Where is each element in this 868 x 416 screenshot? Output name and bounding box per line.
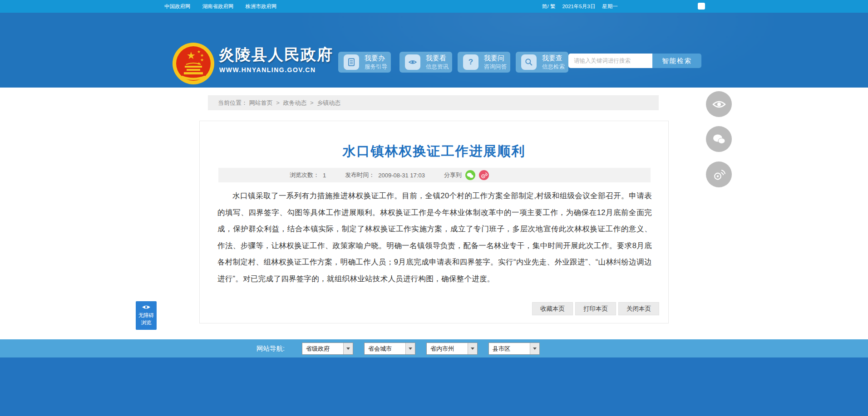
article-body: 水口镇采取了一系列有力措施推进林权换证工作。目前，全镇20个村的工作方案全部制定… [217, 187, 652, 287]
quick-button-news[interactable]: 我要看 信息资讯 [399, 52, 452, 73]
svg-text:★: ★ [200, 53, 204, 58]
dropdown-counties[interactable]: 县市区 [488, 343, 540, 355]
dropdown-value: 省级政府 [306, 345, 330, 352]
breadcrumb-home[interactable]: 网站首页 [249, 99, 273, 106]
search-input[interactable] [568, 54, 652, 68]
quick-button-subtitle: 信息检索 [542, 63, 565, 71]
national-emblem-icon: ★ ★ ★ ★ ★ [172, 42, 215, 85]
breadcrumb-label: 当前位置： [218, 99, 247, 106]
site-url: WWW.HNYANLING.GOV.CN [219, 66, 316, 73]
dropdown-value: 县市区 [493, 345, 510, 352]
link-hunan-gov[interactable]: 湖南省政府网 [202, 3, 234, 10]
search-button[interactable]: 智能检索 [652, 54, 701, 68]
question-icon: ? [463, 54, 478, 70]
link-zhuzhou-gov[interactable]: 株洲市政府网 [246, 3, 277, 10]
bookmark-page-button[interactable]: 收藏本页 [532, 302, 573, 315]
quick-button-subtitle: 信息资讯 [426, 63, 449, 71]
quick-button-search[interactable]: 我要查 信息检索 [516, 52, 568, 73]
quick-button-service[interactable]: 我要办 服务引导 [338, 52, 391, 73]
chevron-down-icon [530, 343, 539, 354]
quick-button-title: 我要看 [426, 54, 446, 63]
quick-button-subtitle: 服务引导 [365, 63, 387, 71]
link-china-gov[interactable]: 中国政府网 [164, 3, 191, 10]
dropdown-capital-cities[interactable]: 省会城市 [364, 343, 415, 355]
eye-icon [405, 54, 420, 70]
eye-icon [142, 304, 151, 310]
page: 中国政府网 湖南省政府网 株洲市政府网 简/ 繁 2021年5月3日 星期一 ★… [0, 0, 868, 416]
accessibility-button[interactable]: 无障碍 浏览 [136, 301, 157, 330]
magnifier-icon [521, 54, 537, 70]
topbar-mini-icon[interactable] [698, 3, 705, 10]
header: ★ ★ ★ ★ ★ 炎陵县人民政府 WWW.HNYANLING.GOV.CN 我… [0, 13, 868, 88]
accessibility-label-2: 浏览 [136, 319, 157, 326]
dropdown-value: 省内市州 [430, 345, 454, 352]
weibo-icon [713, 169, 725, 181]
eye-icon [712, 100, 726, 109]
svg-text:★: ★ [187, 50, 196, 61]
dropdown-province-cities[interactable]: 省内市州 [426, 343, 478, 355]
view-tool-button[interactable] [706, 91, 732, 117]
views-group: 浏览次数：1 [290, 171, 326, 179]
weibo-share-icon[interactable] [479, 170, 489, 180]
views-label: 浏览次数： [290, 171, 319, 179]
svg-text:★: ★ [200, 58, 204, 62]
accessibility-label-1: 无障碍 [136, 312, 157, 319]
publish-label: 发布时间： [345, 171, 375, 179]
current-weekday: 星期一 [602, 3, 618, 10]
topbar-right: 简/ 繁 2021年5月3日 星期一 [542, 0, 618, 13]
article-meta-bar: 浏览次数：1 发布时间：2009-08-31 17:03 分享到 [218, 168, 651, 182]
breadcrumb-separator: > [310, 99, 314, 106]
print-page-button[interactable]: 打印本页 [575, 302, 616, 315]
footer: 中 党政机关 主办单位：炎陵县人民政府办公室 承办单位：炎陵县政务服务中心 备案… [0, 357, 868, 416]
chevron-down-icon [405, 343, 415, 354]
breadcrumb: 当前位置： 网站首页 > 政务动态 > 乡镇动态 [208, 95, 659, 110]
wechat-icon [713, 134, 725, 145]
site-name: 炎陵县人民政府 [219, 44, 333, 65]
dropdown-value: 省会城市 [368, 345, 392, 352]
views-count: 1 [323, 172, 326, 179]
weibo-tool-button[interactable] [706, 162, 732, 187]
quick-button-title: 我要办 [365, 54, 385, 63]
chevron-down-icon [343, 343, 353, 354]
wechat-share-icon[interactable] [465, 170, 475, 180]
close-page-button[interactable]: 关闭本页 [618, 302, 659, 315]
quick-button-title: 我要问 [484, 54, 504, 63]
breadcrumb-zhengwu[interactable]: 政务动态 [283, 99, 306, 106]
share-label: 分享到 [444, 171, 462, 179]
topbar: 中国政府网 湖南省政府网 株洲市政府网 简/ 繁 2021年5月3日 星期一 [0, 0, 868, 13]
article-card: 水口镇林权换证工作进展顺利 浏览次数：1 发布时间：2009-08-31 17:… [199, 121, 669, 323]
current-date: 2021年5月3日 [562, 3, 595, 10]
quick-button-subtitle: 咨询问答 [484, 63, 507, 71]
publish-time: 2009-08-31 17:03 [378, 172, 425, 179]
publish-group: 发布时间：2009-08-31 17:03 [345, 171, 425, 179]
quick-button-ask[interactable]: ? 我要问 咨询问答 [458, 52, 510, 73]
article-title: 水口镇林权换证工作进展顺利 [200, 142, 668, 161]
share-group: 分享到 [444, 170, 489, 180]
breadcrumb-separator: > [276, 99, 280, 106]
dropdown-provincial-gov[interactable]: 省级政府 [302, 343, 353, 355]
breadcrumb-xiangzhen[interactable]: 乡镇动态 [317, 99, 340, 106]
document-icon [344, 54, 359, 70]
wechat-tool-button[interactable] [706, 126, 732, 152]
topbar-links: 中国政府网 湖南省政府网 株洲市政府网 [164, 0, 277, 13]
quick-button-title: 我要查 [542, 54, 562, 63]
site-nav-label: 网站导航: [256, 339, 285, 357]
lang-toggle[interactable]: 简/ 繁 [542, 3, 555, 10]
chevron-down-icon [468, 343, 477, 354]
article-actions: 收藏本页 打印本页 关闭本页 [532, 302, 659, 315]
